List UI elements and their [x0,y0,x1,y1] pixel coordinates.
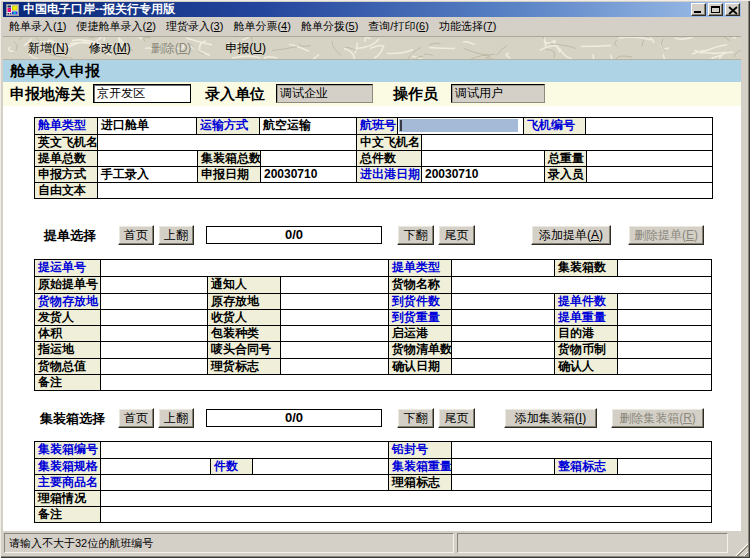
bill-last-button[interactable]: 尾页 [438,225,475,245]
container-prev-button[interactable]: 上翻 [158,408,194,428]
bill-add-button[interactable]: 添加提单(A) [531,225,611,245]
field-cell[interactable] [100,294,207,309]
field-cell[interactable] [100,491,711,506]
menu-item-7[interactable]: 功能选择(7) [434,18,501,36]
field-cell[interactable] [617,310,711,325]
field-cell[interactable] [617,326,711,341]
container-first-button[interactable]: 首页 [118,408,154,428]
container-next-button[interactable]: 下翻 [397,408,434,428]
field-cell[interactable] [280,294,388,309]
menu-item-2[interactable]: 便捷舱单录入(2) [71,18,160,36]
field-cell[interactable] [100,359,207,374]
field-cell[interactable] [97,183,712,198]
field-cell[interactable] [100,507,711,522]
field-cell[interactable] [585,118,712,134]
field-cell[interactable] [280,277,388,292]
menu-item-4[interactable]: 舱单分票(4) [228,18,295,36]
field-cell[interactable] [451,442,711,458]
field-cell[interactable] [451,310,554,325]
field-cell[interactable] [617,260,711,276]
table-row: 发货人 收货人 到货重量 提单重量 [35,309,711,325]
close-button[interactable] [725,3,740,16]
toolbar-modify-button[interactable]: 修改(M) [83,38,137,59]
toolbar-declare-button[interactable]: 申报(U) [219,38,272,59]
field-cell[interactable] [100,442,388,458]
field-cell[interactable] [421,151,544,166]
field-cell[interactable]: 手工录入 [97,167,197,182]
field-cell[interactable] [280,342,388,357]
field-label: 集装箱规格 [35,459,100,474]
field-label: 确认日期 [388,359,451,374]
field-cell[interactable] [100,277,207,292]
container-remove-button[interactable]: 删除集装箱(R) [611,408,704,428]
title-bar: 中国电子口岸--报关行专用版 [3,2,741,17]
menu-item-5[interactable]: 舱单分拨(5) [296,18,363,36]
toolbar-delete-button[interactable]: 删除(D) [145,38,198,59]
menu-item-3[interactable]: 理货录入(3) [161,18,228,36]
field-cell[interactable] [280,326,388,341]
field-cell[interactable] [252,459,388,474]
field-cell[interactable] [451,459,554,474]
field-cell[interactable] [97,135,356,150]
field-cell[interactable] [617,459,711,474]
container-last-button[interactable]: 尾页 [438,408,475,428]
field-label: 件数 [210,459,252,474]
field-cell[interactable] [451,277,711,292]
field-cell[interactable]: 进口舱单 [97,118,196,134]
field-cell[interactable] [100,310,207,325]
field-cell[interactable] [280,310,388,325]
field-label: 发货人 [35,310,100,325]
field-cell[interactable] [100,375,711,390]
container-add-button[interactable]: 添加集装箱(I) [504,408,597,428]
field-cell[interactable] [100,475,388,490]
flight-no-input[interactable] [399,119,518,132]
field-cell[interactable] [100,342,207,357]
field-cell[interactable]: 20030710 [260,167,356,182]
field-cell[interactable] [451,359,554,374]
customs-input[interactable]: 京开发区 [93,84,191,103]
entry-unit-input[interactable]: 调试企业 [276,84,373,103]
bill-prev-button[interactable]: 上翻 [158,225,194,245]
field-cell[interactable] [586,167,712,182]
bill-first-button[interactable]: 首页 [118,225,154,245]
table-row: 集装箱规格 件数 集装箱重量 整箱标志 [35,458,711,474]
entry-unit-label: 录入单位 [205,82,265,106]
field-cell[interactable] [617,342,711,357]
field-cell[interactable] [97,151,197,166]
field-cell[interactable] [100,326,207,341]
field-label: 进出港日期 [356,167,421,182]
field-label: 提单类型 [388,260,451,276]
minimize-button[interactable] [691,3,706,16]
field-cell[interactable] [100,459,210,474]
resize-grip[interactable] [735,543,748,556]
field-cell[interactable] [451,475,711,490]
bill-remove-button[interactable]: 删除提单(E) [628,225,704,245]
table-row: 原始提单号 通知人 货物名称 [35,276,711,292]
field-cell[interactable] [280,359,388,374]
field-cell[interactable] [260,151,356,166]
field-cell[interactable] [586,151,712,166]
field-cell[interactable] [617,359,711,374]
field-cell[interactable] [451,326,554,341]
field-cell[interactable] [451,260,554,276]
field-cell[interactable]: 航空运输 [259,118,356,134]
bill-selector-label: 提单选择 [44,226,96,245]
close-icon [728,6,738,15]
operator-input[interactable]: 调试用户 [451,84,545,103]
field-cell[interactable]: 20030710 [421,167,544,182]
field-cell[interactable] [421,135,712,150]
maximize-button[interactable] [708,3,723,16]
field-cell[interactable] [397,118,523,134]
field-label: 货物存放地 [35,294,100,309]
field-cell[interactable] [451,294,554,309]
field-cell[interactable] [617,294,711,309]
menu-item-1[interactable]: 舱单录入(1) [4,18,71,36]
bill-next-button[interactable]: 下翻 [397,225,434,245]
field-label: 飞机编号 [523,118,585,134]
field-cell[interactable] [451,342,554,357]
maximize-icon [711,6,720,13]
menu-item-6[interactable]: 查询/打印(6) [363,18,434,36]
customs-label: 申报地海关 [10,82,85,106]
field-cell[interactable] [100,260,388,276]
toolbar-new-button[interactable]: 新增(N) [22,38,75,59]
